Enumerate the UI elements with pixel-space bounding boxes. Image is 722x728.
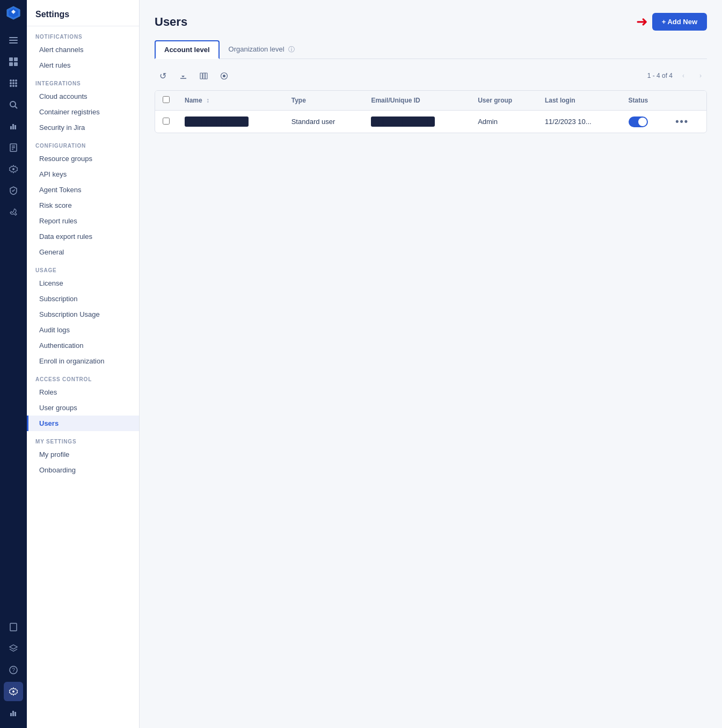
sidebar-item-data-export-rules[interactable]: Data export rules xyxy=(27,229,139,244)
svg-rect-24 xyxy=(200,73,202,79)
sidebar-item-api-keys[interactable]: API keys xyxy=(27,166,139,182)
sidebar-item-roles[interactable]: Roles xyxy=(27,384,139,400)
svg-point-28 xyxy=(223,75,225,77)
bottom-help-icon[interactable]: ? xyxy=(4,660,23,680)
sidebar-item-container-registries[interactable]: Container registries xyxy=(27,104,139,120)
nav-security-icon[interactable] xyxy=(4,181,23,200)
main-content: Users ➜ + Add New Account level Organiza… xyxy=(140,0,722,728)
sidebar-item-alert-channels[interactable]: Alert channels xyxy=(27,42,139,57)
row-user-group: Admin xyxy=(470,111,537,133)
sidebar-item-subscription-usage[interactable]: Subscription Usage xyxy=(27,307,139,322)
nav-dashboard-icon[interactable] xyxy=(4,52,23,71)
sidebar-title: Settings xyxy=(27,0,139,26)
select-all-checkbox[interactable] xyxy=(163,96,170,103)
header-type: Type xyxy=(284,91,364,111)
icon-bar: ? xyxy=(0,0,27,728)
nav-apps-icon[interactable] xyxy=(4,74,23,93)
row-checkbox-cell xyxy=(155,111,177,133)
svg-point-7 xyxy=(10,82,12,84)
sidebar-item-general[interactable]: General xyxy=(27,244,139,260)
header-email: Email/Unique ID xyxy=(363,91,470,111)
hamburger-menu-icon[interactable] xyxy=(4,31,23,50)
sidebar-item-security-in-jira[interactable]: Security in Jira xyxy=(27,120,139,135)
pagination-info: 1 - 4 of 4 ‹ › xyxy=(647,69,707,82)
sidebar-item-report-rules[interactable]: Report rules xyxy=(27,213,139,229)
row-status xyxy=(621,111,668,133)
table-row: ████████████ Standard user ████████████ … xyxy=(155,111,706,133)
table-toolbar: ↺ xyxy=(155,68,707,84)
svg-rect-20 xyxy=(10,623,17,631)
sidebar-item-user-groups[interactable]: User groups xyxy=(27,400,139,416)
nav-reports-icon[interactable] xyxy=(4,138,23,157)
app-logo[interactable] xyxy=(6,5,21,22)
sidebar-item-agent-tokens[interactable]: Agent Tokens xyxy=(27,182,139,198)
next-page-button[interactable]: › xyxy=(694,69,707,82)
users-table: Name ↕ Type Email/Unique ID User group L… xyxy=(155,90,707,133)
svg-point-9 xyxy=(15,82,17,84)
add-new-button[interactable]: + Add New xyxy=(652,13,707,31)
nav-analytics-icon[interactable] xyxy=(4,117,23,136)
columns-button[interactable] xyxy=(195,68,212,84)
sidebar-item-onboarding[interactable]: Onboarding xyxy=(27,462,139,478)
bottom-settings-icon[interactable] xyxy=(4,682,23,701)
sidebar-item-resource-groups[interactable]: Resource groups xyxy=(27,151,139,166)
svg-point-4 xyxy=(10,79,12,82)
sidebar-item-audit-logs[interactable]: Audit logs xyxy=(27,322,139,338)
bottom-layers-icon[interactable] xyxy=(4,639,23,658)
tab-account-level[interactable]: Account level xyxy=(155,40,220,59)
sort-icon[interactable]: ↕ xyxy=(206,97,209,104)
nav-settings-icon[interactable] xyxy=(4,159,23,179)
svg-point-8 xyxy=(12,82,14,84)
svg-point-12 xyxy=(15,85,17,87)
row-actions-button[interactable]: ••• xyxy=(675,116,689,127)
content-area: Users ➜ + Add New Account level Organiza… xyxy=(140,0,722,728)
filter-button[interactable] xyxy=(216,68,232,84)
header-name: Name ↕ xyxy=(177,91,284,111)
arrow-container: ➜ + Add New xyxy=(636,13,707,31)
header-status: Status xyxy=(621,91,668,111)
row-actions: ••• xyxy=(668,111,706,133)
nav-search-icon[interactable] xyxy=(4,95,23,114)
row-name: ████████████ xyxy=(177,111,284,133)
section-label-my-settings: MY SETTINGS xyxy=(27,431,139,447)
redacted-name: ████████████ xyxy=(185,117,249,127)
svg-rect-1 xyxy=(14,57,18,61)
header-checkbox-cell xyxy=(155,91,177,111)
pagination-text: 1 - 4 of 4 xyxy=(647,72,673,79)
svg-rect-25 xyxy=(203,73,205,79)
section-label-usage: USAGE xyxy=(27,260,139,275)
sidebar-item-cloud-accounts[interactable]: Cloud accounts xyxy=(27,89,139,104)
svg-rect-0 xyxy=(9,57,13,61)
status-toggle[interactable] xyxy=(629,117,648,127)
sidebar-item-authentication[interactable]: Authentication xyxy=(27,338,139,353)
svg-point-10 xyxy=(10,85,12,87)
sidebar-item-enroll-in-organization[interactable]: Enroll in organization xyxy=(27,353,139,369)
svg-rect-26 xyxy=(205,73,207,79)
sidebar-item-risk-score[interactable]: Risk score xyxy=(27,198,139,213)
prev-page-button[interactable]: ‹ xyxy=(677,69,690,82)
svg-point-5 xyxy=(12,79,14,82)
sidebar-item-alert-rules[interactable]: Alert rules xyxy=(27,57,139,73)
download-button[interactable] xyxy=(175,68,191,84)
svg-point-19 xyxy=(12,168,14,170)
header-actions xyxy=(668,91,706,111)
bottom-page-icon[interactable] xyxy=(4,617,23,637)
sidebar-item-subscription[interactable]: Subscription xyxy=(27,291,139,307)
row-checkbox[interactable] xyxy=(163,118,170,125)
refresh-button[interactable]: ↺ xyxy=(155,68,171,84)
bottom-report-icon[interactable] xyxy=(4,703,23,723)
sidebar-item-users[interactable]: Users xyxy=(27,416,139,431)
section-label-integrations: INTEGRATIONS xyxy=(27,73,139,89)
sidebar: Settings NOTIFICATIONSAlert channelsAler… xyxy=(27,0,140,728)
section-label-configuration: CONFIGURATION xyxy=(27,135,139,151)
page-header: Users ➜ + Add New xyxy=(155,13,707,31)
header-user-group: User group xyxy=(470,91,537,111)
tab-organization-level[interactable]: Organization level ⓘ xyxy=(220,40,304,59)
tabs-container: Account level Organization level ⓘ xyxy=(155,40,707,59)
nav-tools-icon[interactable] xyxy=(4,202,23,222)
info-icon: ⓘ xyxy=(288,46,295,53)
sidebar-item-license[interactable]: License xyxy=(27,275,139,291)
svg-point-13 xyxy=(10,101,16,107)
sidebar-item-my-profile[interactable]: My profile xyxy=(27,447,139,462)
toolbar-left: ↺ xyxy=(155,68,232,84)
